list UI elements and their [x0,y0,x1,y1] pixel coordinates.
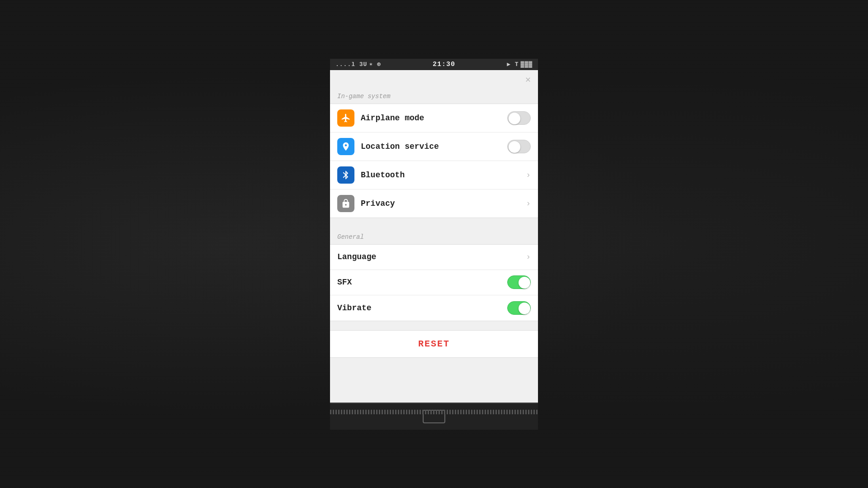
privacy-icon [337,195,354,212]
location-service-label: Location service [361,142,507,151]
airplane-mode-label: Airplane mode [361,114,507,123]
battery-icon: ▓▓▓ [521,61,533,68]
location-service-toggle[interactable] [507,140,531,153]
language-chevron: › [526,252,531,261]
phone-container: ....l 3U ✶ ⊕ 21:30 ▶ T ▓▓▓ ✕ In-game sys… [330,59,538,430]
airplane-mode-toggle[interactable] [507,111,531,125]
airplane-mode-icon [337,109,354,127]
location-service-icon [337,138,354,155]
right-icons: ▶ T [507,61,519,68]
reset-container: RESET [330,330,538,358]
vibrate-label: Vibrate [337,303,507,313]
panel-header: ✕ [330,70,538,86]
vibrate-knob [519,303,530,314]
bluetooth-label: Bluetooth [361,171,526,180]
status-right: ▶ T ▓▓▓ [507,61,533,68]
vibrate-item[interactable]: Vibrate [330,295,538,321]
section-gap [330,218,538,227]
section-gap-2 [330,321,538,330]
reset-button[interactable]: RESET [418,339,450,349]
system-settings-group: Airplane mode Location service [330,104,538,218]
sfx-knob [519,277,530,289]
airplane-mode-item[interactable]: Airplane mode [330,104,538,133]
sfx-label: SFX [337,278,507,287]
bottom-bar-dots [330,410,538,414]
sfx-item[interactable]: SFX [330,270,538,295]
clock: 21:30 [433,61,455,68]
language-label: Language [337,252,526,261]
status-left: ....l 3U ✶ ⊕ [335,61,381,68]
bluetooth-chevron: › [526,171,531,180]
bluetooth-item[interactable]: Bluetooth › [330,161,538,190]
general-section-header: General [330,227,538,244]
bluetooth-icon [337,166,354,184]
bottom-nav-bar [330,403,538,430]
settings-panel: ✕ In-game system Airplane mode [330,70,538,403]
system-section-header: In-game system [330,86,538,104]
privacy-label: Privacy [361,199,526,208]
airplane-mode-knob [509,113,520,124]
location-service-knob [509,141,520,153]
general-settings-group: Language › SFX Vibrate [330,244,538,321]
signal-icon: ....l 3U [335,61,367,68]
privacy-item[interactable]: Privacy › [330,190,538,218]
privacy-chevron: › [526,199,531,208]
status-icons: ✶ ⊕ [369,61,381,68]
close-button[interactable]: ✕ [525,74,531,85]
location-service-item[interactable]: Location service [330,133,538,161]
status-bar: ....l 3U ✶ ⊕ 21:30 ▶ T ▓▓▓ [330,59,538,70]
language-item[interactable]: Language › [330,245,538,270]
sfx-toggle[interactable] [507,275,531,289]
vibrate-toggle[interactable] [507,301,531,315]
bottom-spacer [330,358,538,403]
